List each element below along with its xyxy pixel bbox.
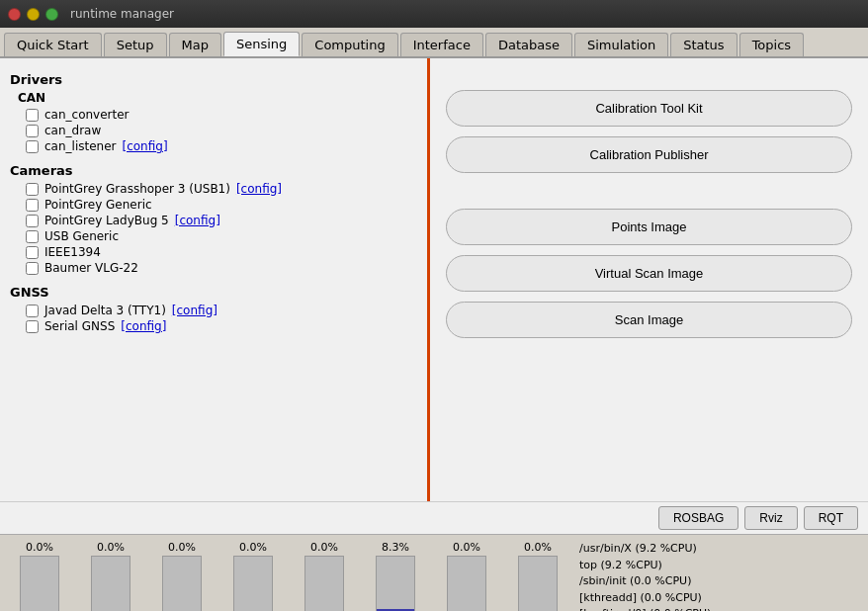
checkbox-row-baumer-vlg-22: Baumer VLG-22 — [26, 261, 417, 275]
cpu-bar-container — [376, 556, 415, 611]
cpu-group-cpu3: 0.0%CPU3 — [219, 541, 287, 611]
cpu-group-cpu6: 0.0%CPU6 — [433, 541, 500, 611]
virtual-scan-image-button[interactable]: Virtual Scan Image — [446, 255, 852, 292]
cpu-pct-cpu0: 0.0% — [26, 541, 53, 554]
tab-status[interactable]: Status — [670, 33, 737, 56]
calibration-publisher-button[interactable]: Calibration Publisher — [446, 136, 852, 173]
cpu-group-cpu4: 0.0%CPU4 — [291, 541, 358, 611]
tab-computing[interactable]: Computing — [302, 33, 397, 56]
checkbox-label: can_draw — [44, 124, 101, 137]
checkbox-javad-delta-3-tty1[interactable] — [26, 305, 39, 317]
checkbox-can_draw[interactable] — [26, 125, 39, 137]
checkbox-row-pointgrey-generic: PointGrey Generic — [26, 198, 417, 212]
memory-info-line: top (9.2 %CPU) — [579, 558, 862, 574]
points-image-button[interactable]: Points Image — [446, 209, 852, 245]
checkbox-row-ieee1394: IEEE1394 — [26, 245, 417, 259]
window-title: runtime manager — [70, 7, 174, 21]
checkbox-row-pointgrey-ladybug-5: PointGrey LadyBug 5[config] — [26, 214, 417, 227]
cpu-bar-container — [91, 556, 130, 611]
checkbox-ieee1394[interactable] — [26, 246, 39, 259]
checkbox-label: Javad Delta 3 (TTY1) — [44, 304, 166, 317]
checkbox-row-javad-delta-3-tty1: Javad Delta 3 (TTY1)[config] — [26, 304, 417, 317]
minimize-button[interactable] — [27, 8, 40, 21]
checkbox-row-pointgrey-grasshoper-3-usb1: PointGrey Grasshoper 3 (USB1)[config] — [26, 182, 417, 196]
bottom-toolbar: ROSBAG Rviz RQT — [0, 501, 868, 534]
checkbox-serial-gnss[interactable] — [26, 320, 39, 333]
cpu-pct-cpu7: 0.0% — [524, 541, 552, 554]
can-section-title: CAN — [18, 91, 417, 105]
tab-topics[interactable]: Topics — [739, 33, 804, 56]
config-link-can_listener[interactable]: [config] — [123, 139, 168, 153]
memory-info-line: [ksoftirqd/0] (0.0 %CPU) — [579, 606, 862, 611]
config-link-serial-gnss[interactable]: [config] — [121, 319, 166, 333]
checkbox-label: PointGrey Grasshoper 3 (USB1) — [44, 182, 230, 196]
rqt-button[interactable]: RQT — [804, 506, 858, 530]
right-panel: Calibration Tool KitCalibration Publishe… — [430, 58, 868, 501]
checkbox-label: can_listener — [44, 139, 117, 153]
tab-bar: Quick StartSetupMapSensingComputingInter… — [0, 28, 868, 58]
checkbox-label: can_converter — [44, 108, 130, 122]
memory-section: /usr/bin/X (9.2 %CPU)top (9.2 %CPU)/sbin… — [575, 541, 862, 611]
config-link-pointgrey-grasshoper-3-usb1[interactable]: [config] — [236, 182, 282, 196]
tab-quick-start[interactable]: Quick Start — [4, 33, 102, 56]
memory-info-line: /sbin/init (0.0 %CPU) — [579, 573, 862, 590]
checkbox-can_listener[interactable] — [26, 140, 39, 153]
checkbox-row-can_listener: can_listener[config] — [26, 139, 417, 153]
gnss-section-title: GNSS — [10, 285, 417, 300]
rosbag-button[interactable]: ROSBAG — [658, 506, 738, 530]
memory-info-line: [kthreadd] (0.0 %CPU) — [579, 590, 862, 607]
rviz-button[interactable]: Rviz — [744, 506, 797, 530]
checkbox-label: USB Generic — [44, 229, 119, 243]
checkbox-usb-generic[interactable] — [26, 230, 39, 243]
maximize-button[interactable] — [45, 8, 58, 21]
cameras-section-title: Cameras — [10, 163, 417, 178]
checkbox-baumer-vlg-22[interactable] — [26, 262, 39, 275]
close-button[interactable] — [8, 8, 21, 21]
checkbox-label: IEEE1394 — [44, 245, 101, 259]
title-bar: runtime manager — [0, 0, 868, 28]
config-link-javad-delta-3-tty1[interactable]: [config] — [172, 304, 217, 317]
calibration-tool-kit-button[interactable]: Calibration Tool Kit — [446, 90, 852, 127]
checkbox-row-usb-generic: USB Generic — [26, 229, 417, 243]
cpu-pct-cpu2: 0.0% — [168, 541, 196, 554]
cpu-bar-container — [447, 556, 486, 611]
config-link-pointgrey-ladybug-5[interactable]: [config] — [175, 214, 220, 227]
memory-info: /usr/bin/X (9.2 %CPU)top (9.2 %CPU)/sbin… — [579, 541, 862, 611]
cpu-group-cpu5: 8.3%CPU5 — [362, 541, 429, 611]
checkbox-row-can_draw: can_draw — [26, 124, 417, 137]
checkbox-label: PointGrey LadyBug 5 — [44, 214, 169, 227]
memory-info-line: /usr/bin/X (9.2 %CPU) — [579, 541, 862, 558]
cpu-section: 0.0%CPU00.0%CPU10.0%CPU20.0%CPU30.0%CPU4… — [0, 534, 868, 611]
checkbox-pointgrey-generic[interactable] — [26, 199, 39, 212]
cpu-bar-container — [20, 556, 59, 611]
cpu-group-cpu7: 0.0%CPU7 — [504, 541, 571, 611]
cpu-group-cpu1: 0.0%CPU1 — [77, 541, 144, 611]
cpu-bar-container — [162, 556, 202, 611]
cpu-bar-container — [304, 556, 344, 611]
cpu-pct-cpu5: 8.3% — [382, 541, 409, 554]
left-panel: Drivers CAN can_convertercan_drawcan_lis… — [0, 58, 430, 501]
cpu-pct-cpu1: 0.0% — [97, 541, 125, 554]
cpu-group-cpu2: 0.0%CPU2 — [148, 541, 216, 611]
tab-map[interactable]: Map — [169, 33, 221, 56]
cpu-pct-cpu4: 0.0% — [310, 541, 338, 554]
tab-simulation[interactable]: Simulation — [574, 33, 668, 56]
checkbox-label: Baumer VLG-22 — [44, 261, 138, 275]
tab-sensing[interactable]: Sensing — [223, 32, 300, 56]
cpu-group-cpu0: 0.0%CPU0 — [6, 541, 73, 611]
drivers-section-title: Drivers — [10, 72, 417, 87]
tab-interface[interactable]: Interface — [400, 33, 483, 56]
checkbox-pointgrey-grasshoper-3-usb1[interactable] — [26, 183, 39, 196]
tab-database[interactable]: Database — [485, 33, 572, 56]
cpu-bar-container — [233, 556, 273, 611]
checkbox-label: Serial GNSS — [44, 319, 115, 333]
checkbox-label: PointGrey Generic — [44, 198, 152, 212]
checkbox-pointgrey-ladybug-5[interactable] — [26, 215, 39, 227]
cpu-pct-cpu6: 0.0% — [453, 541, 480, 554]
scan-image-button[interactable]: Scan Image — [446, 302, 852, 338]
checkbox-can_converter[interactable] — [26, 109, 39, 122]
tab-setup[interactable]: Setup — [104, 33, 167, 56]
cpu-pct-cpu3: 0.0% — [239, 541, 267, 554]
checkbox-row-serial-gnss: Serial GNSS[config] — [26, 319, 417, 333]
checkbox-row-can_converter: can_converter — [26, 108, 417, 122]
